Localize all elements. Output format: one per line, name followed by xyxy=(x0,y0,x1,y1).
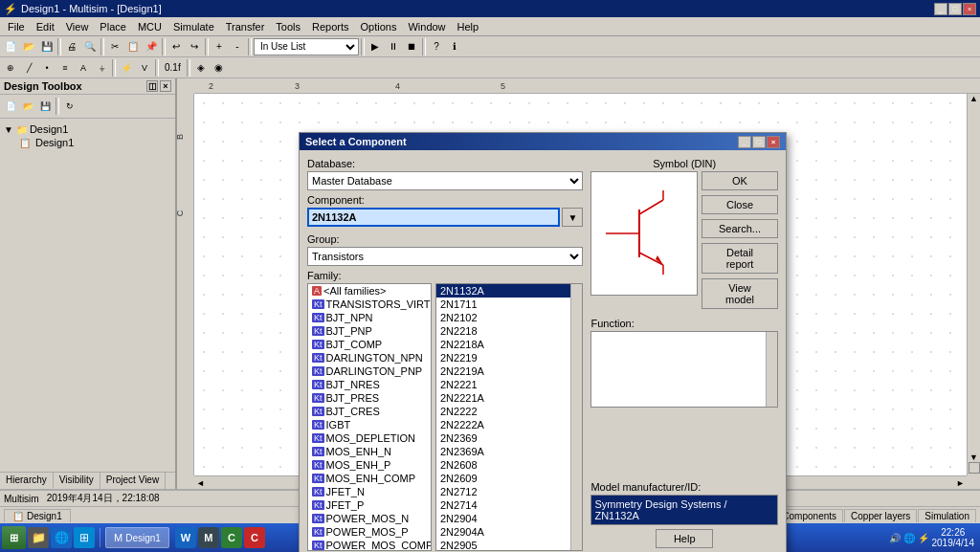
toolbox-float-btn[interactable]: ◫ xyxy=(146,80,158,92)
detail-report-button[interactable]: Detail report xyxy=(702,243,778,274)
tab-visibility[interactable]: Visibility xyxy=(54,473,100,489)
family-item-all[interactable]: A <All families> xyxy=(308,284,431,298)
sim-icon3[interactable]: ⏹ xyxy=(403,38,420,55)
menu-help[interactable]: Help xyxy=(452,19,485,34)
save-design-icon[interactable]: 💾 xyxy=(37,99,53,114)
menu-reports[interactable]: Reports xyxy=(306,19,355,34)
tree-item-design1-root[interactable]: ▼ 📁 Design1 xyxy=(4,122,171,136)
refresh-icon[interactable]: ↻ xyxy=(62,99,78,114)
power-icon[interactable]: ⏚ xyxy=(93,59,110,77)
menu-tools[interactable]: Tools xyxy=(270,19,306,34)
taskbar-red-btn[interactable]: C xyxy=(244,527,265,548)
scroll-right[interactable]: ▲ ▼ xyxy=(967,94,980,475)
search-button[interactable]: Search... xyxy=(702,219,778,238)
tab-hierarchy[interactable]: Hierarchy xyxy=(0,473,54,489)
maximize-button[interactable]: □ xyxy=(948,3,962,15)
taskbar-ms-btn[interactable]: M xyxy=(198,527,219,548)
comp-item-2n2218[interactable]: 2N2218 xyxy=(436,324,582,338)
meter-icon[interactable]: V xyxy=(136,59,153,77)
comp-item-2n2221a[interactable]: 2N2221A xyxy=(436,391,582,405)
close-button[interactable]: × xyxy=(963,3,976,15)
comp-item-2n2369a[interactable]: 2N2369A xyxy=(436,445,582,458)
database-select[interactable]: Master Database xyxy=(307,171,583,190)
cut-btn[interactable]: ✂ xyxy=(106,38,123,55)
bus-icon[interactable]: ≡ xyxy=(56,59,74,77)
dialog-maximize-btn[interactable]: □ xyxy=(752,136,766,148)
family-item-pmos-p[interactable]: Kt POWER_MOS_P xyxy=(308,525,431,539)
new-btn[interactable]: 📄 xyxy=(2,38,19,55)
ok-button[interactable]: OK xyxy=(702,171,778,190)
family-item-darlington-npn[interactable]: Kt DARLINGTON_NPN xyxy=(308,351,431,364)
tab-copper-layers[interactable]: Copper layers xyxy=(844,509,917,522)
new-design-icon[interactable]: 📄 xyxy=(3,99,18,114)
taskbar-app-windows[interactable]: ⊞ xyxy=(74,527,95,548)
print-btn[interactable]: 🖨 xyxy=(63,38,80,55)
misc-icon2[interactable]: ◉ xyxy=(211,59,228,77)
sim-icon1[interactable]: ▶ xyxy=(367,38,384,55)
comp-item-2n2221[interactable]: 2N2221 xyxy=(436,378,582,391)
family-item-bjt-npn[interactable]: Kt BJT_NPN xyxy=(308,311,431,324)
view-model-button[interactable]: View model xyxy=(702,278,778,309)
menu-edit[interactable]: Edit xyxy=(31,19,60,34)
menu-file[interactable]: File xyxy=(2,19,31,34)
misc-icon1[interactable]: ◈ xyxy=(192,59,210,77)
tree-item-design1-child[interactable]: 📋 Design1 xyxy=(4,136,171,149)
redo-btn[interactable]: ↪ xyxy=(186,38,203,55)
family-item-bjt-cres[interactable]: Kt BJT_CRES xyxy=(308,405,431,418)
menu-mcu[interactable]: MCU xyxy=(132,19,167,34)
family-item-bjt-comp[interactable]: Kt BJT_COMP xyxy=(308,338,431,351)
info-icon[interactable]: ℹ xyxy=(446,38,463,55)
family-item-mos-enh-p[interactable]: Kt MOS_ENH_P xyxy=(308,458,431,472)
taskbar-green-btn[interactable]: C xyxy=(221,527,242,548)
help-icon[interactable]: ? xyxy=(428,38,445,55)
junction-icon[interactable]: • xyxy=(38,59,56,77)
comp-item-2n2905[interactable]: 2N2905 xyxy=(436,539,582,551)
scroll-right-btn[interactable]: ► xyxy=(954,478,967,488)
wire-icon[interactable]: ╱ xyxy=(20,59,37,77)
zoom-in-btn[interactable]: + xyxy=(211,38,228,55)
comp-item-2n2712[interactable]: 2N2712 xyxy=(436,485,582,498)
family-item-pmos-n[interactable]: Kt POWER_MOS_N xyxy=(308,512,431,525)
menu-options[interactable]: Options xyxy=(355,19,403,34)
help-button[interactable]: Help xyxy=(656,529,713,548)
dialog-close-btn[interactable]: × xyxy=(767,136,780,148)
menu-transfer[interactable]: Transfer xyxy=(220,19,271,34)
family-item-mos-enh-comp[interactable]: Kt MOS_ENH_COMP xyxy=(308,472,431,485)
in-use-list[interactable]: In Use List xyxy=(254,38,359,55)
comp-item-2n1132a[interactable]: 2N1132A xyxy=(436,284,582,298)
family-item-pmos-comp[interactable]: Kt POWER_MOS_COMP xyxy=(308,539,431,551)
comp-item-2n2222[interactable]: 2N2222 xyxy=(436,405,582,418)
comp-item-2n2218a[interactable]: 2N2218A xyxy=(436,338,582,351)
comp-item-2n2714[interactable]: 2N2714 xyxy=(436,498,582,512)
menu-simulate[interactable]: Simulate xyxy=(167,19,220,34)
family-item-bjt-pnp[interactable]: Kt BJT_PNP xyxy=(308,324,431,338)
scroll-left-btn[interactable]: ◄ xyxy=(194,478,207,488)
close-button[interactable]: Close xyxy=(702,195,778,214)
design1-tab[interactable]: 📋 Design1 xyxy=(4,509,71,522)
taskbar-word-btn[interactable]: W xyxy=(175,527,196,548)
family-item-igbt[interactable]: Kt IGBT xyxy=(308,418,431,431)
comp-scrollbar[interactable] xyxy=(570,284,582,550)
comp-item-2n2219[interactable]: 2N2219 xyxy=(436,351,582,364)
taskbar-app-files[interactable]: 📁 xyxy=(28,527,49,548)
taskbar-app-browser[interactable]: 🌐 xyxy=(51,527,72,548)
comp-item-2n2904a[interactable]: 2N2904A xyxy=(436,525,582,539)
probe-icon[interactable]: ⚡ xyxy=(118,59,135,77)
toolbox-close-btn[interactable]: × xyxy=(160,80,171,92)
family-item-mos-enh-n[interactable]: Kt MOS_ENH_N xyxy=(308,445,431,458)
menu-view[interactable]: View xyxy=(60,19,95,34)
menu-window[interactable]: Window xyxy=(402,19,451,34)
copy-btn[interactable]: 📋 xyxy=(124,38,142,55)
print-preview-btn[interactable]: 🔍 xyxy=(81,38,99,55)
family-item-darlington-pnp[interactable]: Kt DARLINGTON_PNP xyxy=(308,364,431,378)
family-item-transistors-virtual[interactable]: Kt TRANSISTORS_VIRTUAL xyxy=(308,298,431,311)
family-item-mos-dep[interactable]: Kt MOS_DEPLETION xyxy=(308,431,431,445)
place-icon[interactable]: ⊕ xyxy=(2,59,19,77)
family-item-jfet-n[interactable]: Kt JFET_N xyxy=(308,485,431,498)
label-icon[interactable]: A xyxy=(75,59,92,77)
paste-btn[interactable]: 📌 xyxy=(143,38,160,55)
tab-project-view[interactable]: Project View xyxy=(100,473,166,489)
comp-item-2n2608[interactable]: 2N2608 xyxy=(436,458,582,472)
open-btn[interactable]: 📂 xyxy=(20,38,37,55)
tab-simulation[interactable]: Simulation xyxy=(918,509,976,522)
